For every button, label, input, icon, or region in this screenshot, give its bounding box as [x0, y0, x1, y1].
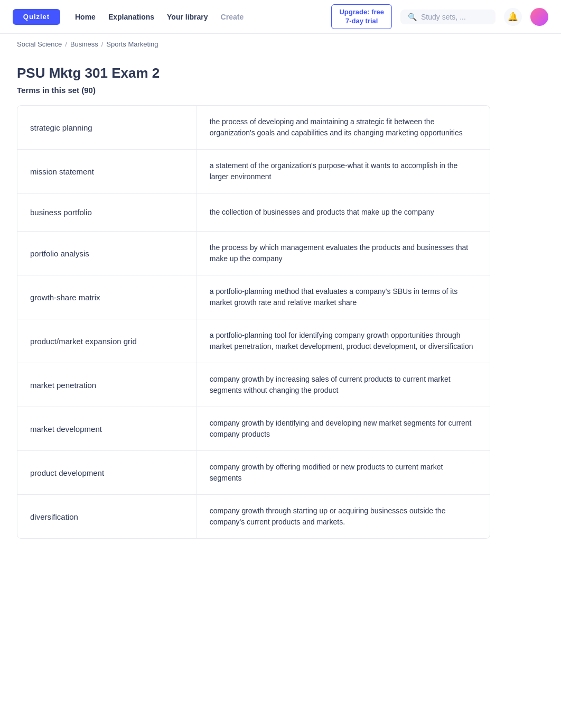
table-row: strategic planningthe process of develop…: [17, 106, 490, 150]
term-cell: strategic planning: [17, 106, 197, 149]
definition-cell: company growth through starting up or ac…: [197, 495, 490, 538]
navbar: Quizlet Home Explanations Your library C…: [0, 0, 561, 34]
search-placeholder: Study sets, ...: [421, 13, 466, 21]
term-cell: product/market expansion grid: [17, 319, 197, 363]
table-row: mission statementa statement of the orga…: [17, 150, 490, 193]
table-row: portfolio analysisthe process by which m…: [17, 232, 490, 275]
term-cell: portfolio analysis: [17, 232, 197, 275]
avatar[interactable]: [530, 8, 548, 26]
table-row: product/market expansion grida portfolio…: [17, 319, 490, 363]
term-cell: diversification: [17, 495, 197, 538]
term-cell: market penetration: [17, 363, 197, 407]
table-row: diversificationcompany growth through st…: [17, 495, 490, 538]
nav-explanations[interactable]: Explanations: [108, 13, 154, 21]
definition-cell: a portfolio-planning tool for identifyin…: [197, 319, 490, 363]
term-cell: product development: [17, 451, 197, 494]
logo-text: Quizlet: [23, 13, 50, 21]
definition-cell: company growth by increasing sales of cu…: [197, 363, 490, 407]
nav-create[interactable]: Create: [221, 13, 244, 21]
term-cell: mission statement: [17, 150, 197, 193]
breadcrumb-sep-2: /: [101, 40, 104, 48]
terms-count: Terms in this set (90): [17, 86, 490, 95]
logo[interactable]: Quizlet: [13, 9, 60, 25]
nav-links: Home Explanations Your library Create: [75, 13, 244, 21]
breadcrumb-business[interactable]: Business: [70, 40, 98, 48]
definition-cell: the collection of businesses and product…: [197, 193, 490, 231]
table-row: market penetrationcompany growth by incr…: [17, 363, 490, 407]
table-row: growth-share matrixa portfolio-planning …: [17, 275, 490, 319]
page-title: PSU Mktg 301 Exam 2: [17, 65, 490, 81]
bell-icon: 🔔: [508, 12, 518, 22]
breadcrumb-sports-marketing[interactable]: Sports Marketing: [106, 40, 158, 48]
search-icon: 🔍: [408, 13, 417, 21]
term-cell: growth-share matrix: [17, 275, 197, 319]
nav-right: Upgrade: free 7-day trial 🔍 Study sets, …: [331, 4, 548, 30]
nav-home[interactable]: Home: [75, 13, 96, 21]
definition-cell: company growth by offering modified or n…: [197, 451, 490, 494]
definition-cell: a portfolio-planning method that evaluat…: [197, 275, 490, 319]
table-row: product developmentcompany growth by off…: [17, 451, 490, 495]
main-content: PSU Mktg 301 Exam 2 Terms in this set (9…: [0, 54, 507, 560]
breadcrumb-sep-1: /: [65, 40, 67, 48]
term-cell: market development: [17, 407, 197, 450]
definition-cell: the process by which management evaluate…: [197, 232, 490, 275]
upgrade-button[interactable]: Upgrade: free 7-day trial: [331, 4, 392, 30]
definition-cell: the process of developing and maintainin…: [197, 106, 490, 149]
term-cell: business portfolio: [17, 193, 197, 231]
table-row: market developmentcompany growth by iden…: [17, 407, 490, 451]
definition-cell: a statement of the organization's purpos…: [197, 150, 490, 193]
breadcrumb-social-science[interactable]: Social Science: [17, 40, 62, 48]
nav-library[interactable]: Your library: [167, 13, 208, 21]
search-bar[interactable]: 🔍 Study sets, ...: [400, 10, 495, 24]
table-row: business portfoliothe collection of busi…: [17, 193, 490, 232]
breadcrumb: Social Science / Business / Sports Marke…: [0, 34, 561, 54]
definition-cell: company growth by identifying and develo…: [197, 407, 490, 450]
terms-table: strategic planningthe process of develop…: [17, 105, 490, 539]
notifications-button[interactable]: 🔔: [504, 8, 522, 26]
